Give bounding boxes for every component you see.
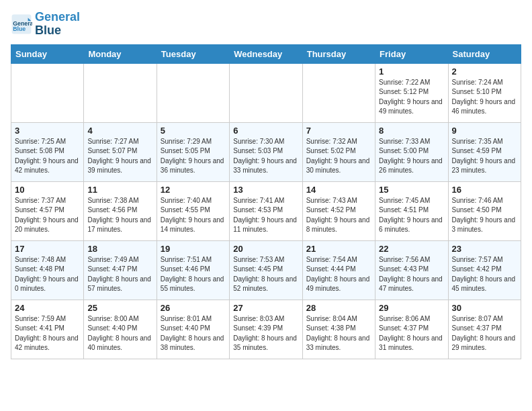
- logo-icon: General Blue: [11, 13, 32, 35]
- calendar-cell: 27Sunrise: 8:03 AM Sunset: 4:39 PM Dayli…: [230, 300, 302, 359]
- day-number: 10: [15, 185, 80, 195]
- calendar-cell: 5Sunrise: 7:29 AM Sunset: 5:05 PM Daylig…: [157, 122, 229, 181]
- calendar-week-row: 1Sunrise: 7:22 AM Sunset: 5:12 PM Daylig…: [11, 63, 521, 122]
- calendar-cell: 1Sunrise: 7:22 AM Sunset: 5:12 PM Daylig…: [375, 63, 448, 122]
- day-number: 8: [379, 126, 444, 136]
- day-number: 30: [452, 303, 517, 313]
- day-info: Sunrise: 7:54 AM Sunset: 4:44 PM Dayligh…: [306, 255, 371, 294]
- weekday-header: Friday: [375, 44, 448, 63]
- calendar-cell: 24Sunrise: 7:59 AM Sunset: 4:41 PM Dayli…: [11, 300, 84, 359]
- calendar-cell: 14Sunrise: 7:43 AM Sunset: 4:52 PM Dayli…: [302, 181, 375, 240]
- day-info: Sunrise: 7:24 AM Sunset: 5:10 PM Dayligh…: [452, 78, 517, 117]
- day-info: Sunrise: 7:48 AM Sunset: 4:48 PM Dayligh…: [15, 255, 80, 294]
- day-number: 24: [15, 303, 80, 313]
- day-number: 21: [306, 244, 371, 254]
- calendar-cell: 7Sunrise: 7:32 AM Sunset: 5:02 PM Daylig…: [302, 122, 375, 181]
- day-info: Sunrise: 7:40 AM Sunset: 4:55 PM Dayligh…: [161, 196, 226, 235]
- day-info: Sunrise: 7:30 AM Sunset: 5:03 PM Dayligh…: [233, 137, 298, 176]
- day-info: Sunrise: 7:46 AM Sunset: 4:50 PM Dayligh…: [452, 196, 517, 235]
- calendar-cell: 2Sunrise: 7:24 AM Sunset: 5:10 PM Daylig…: [448, 63, 521, 122]
- calendar-cell: 18Sunrise: 7:49 AM Sunset: 4:47 PM Dayli…: [84, 240, 157, 300]
- day-number: 29: [379, 303, 444, 313]
- day-info: Sunrise: 7:37 AM Sunset: 4:57 PM Dayligh…: [15, 196, 80, 235]
- day-info: Sunrise: 7:35 AM Sunset: 4:59 PM Dayligh…: [452, 137, 517, 176]
- day-number: 17: [15, 244, 80, 254]
- day-info: Sunrise: 8:06 AM Sunset: 4:37 PM Dayligh…: [379, 314, 444, 353]
- day-number: 27: [233, 303, 298, 313]
- calendar-week-row: 24Sunrise: 7:59 AM Sunset: 4:41 PM Dayli…: [11, 300, 521, 359]
- calendar-cell: 15Sunrise: 7:45 AM Sunset: 4:51 PM Dayli…: [375, 181, 448, 240]
- calendar-cell: [230, 63, 302, 122]
- calendar-cell: 30Sunrise: 8:07 AM Sunset: 4:37 PM Dayli…: [448, 300, 521, 359]
- weekday-header: Sunday: [11, 44, 84, 63]
- weekday-header: Thursday: [302, 44, 375, 63]
- day-info: Sunrise: 7:33 AM Sunset: 5:00 PM Dayligh…: [379, 137, 444, 176]
- day-number: 2: [452, 66, 517, 77]
- calendar-cell: [302, 63, 375, 122]
- day-info: Sunrise: 7:29 AM Sunset: 5:05 PM Dayligh…: [161, 137, 226, 176]
- logo: General Blue GeneralBlue: [11, 11, 80, 38]
- weekday-header: Monday: [84, 44, 157, 63]
- calendar-week-row: 10Sunrise: 7:37 AM Sunset: 4:57 PM Dayli…: [11, 181, 521, 240]
- day-number: 9: [452, 126, 517, 136]
- calendar-cell: 13Sunrise: 7:41 AM Sunset: 4:53 PM Dayli…: [230, 181, 302, 240]
- calendar-cell: 4Sunrise: 7:27 AM Sunset: 5:07 PM Daylig…: [84, 122, 157, 181]
- day-number: 26: [161, 303, 226, 313]
- weekday-header: Wednesday: [230, 44, 302, 63]
- day-info: Sunrise: 7:25 AM Sunset: 5:08 PM Dayligh…: [15, 137, 80, 176]
- calendar-cell: 8Sunrise: 7:33 AM Sunset: 5:00 PM Daylig…: [375, 122, 448, 181]
- calendar-cell: 10Sunrise: 7:37 AM Sunset: 4:57 PM Dayli…: [11, 181, 84, 240]
- day-info: Sunrise: 7:22 AM Sunset: 5:12 PM Dayligh…: [379, 78, 444, 117]
- day-number: 25: [87, 303, 152, 313]
- calendar-cell: 29Sunrise: 8:06 AM Sunset: 4:37 PM Dayli…: [375, 300, 448, 359]
- day-info: Sunrise: 7:45 AM Sunset: 4:51 PM Dayligh…: [379, 196, 444, 235]
- day-info: Sunrise: 8:01 AM Sunset: 4:40 PM Dayligh…: [161, 314, 226, 353]
- calendar-week-row: 17Sunrise: 7:48 AM Sunset: 4:48 PM Dayli…: [11, 240, 521, 300]
- calendar-cell: 20Sunrise: 7:53 AM Sunset: 4:45 PM Dayli…: [230, 240, 302, 300]
- day-number: 1: [379, 66, 444, 77]
- day-number: 28: [306, 303, 371, 313]
- day-number: 5: [161, 126, 226, 136]
- day-number: 16: [452, 185, 517, 195]
- weekday-header: Saturday: [448, 44, 521, 63]
- day-info: Sunrise: 8:04 AM Sunset: 4:38 PM Dayligh…: [306, 314, 371, 353]
- day-info: Sunrise: 7:38 AM Sunset: 4:56 PM Dayligh…: [87, 196, 152, 235]
- day-number: 13: [233, 185, 298, 195]
- day-info: Sunrise: 7:27 AM Sunset: 5:07 PM Dayligh…: [87, 137, 152, 176]
- weekday-header: Tuesday: [157, 44, 229, 63]
- calendar-cell: 17Sunrise: 7:48 AM Sunset: 4:48 PM Dayli…: [11, 240, 84, 300]
- day-number: 19: [161, 244, 226, 254]
- day-number: 22: [379, 244, 444, 254]
- calendar-cell: [84, 63, 157, 122]
- calendar-cell: 6Sunrise: 7:30 AM Sunset: 5:03 PM Daylig…: [230, 122, 302, 181]
- day-info: Sunrise: 7:59 AM Sunset: 4:41 PM Dayligh…: [15, 314, 80, 353]
- day-info: Sunrise: 7:51 AM Sunset: 4:46 PM Dayligh…: [161, 255, 226, 294]
- day-info: Sunrise: 8:00 AM Sunset: 4:40 PM Dayligh…: [87, 314, 152, 353]
- calendar-header: SundayMondayTuesdayWednesdayThursdayFrid…: [11, 44, 521, 63]
- calendar-cell: 22Sunrise: 7:56 AM Sunset: 4:43 PM Dayli…: [375, 240, 448, 300]
- calendar-cell: 25Sunrise: 8:00 AM Sunset: 4:40 PM Dayli…: [84, 300, 157, 359]
- calendar-cell: 28Sunrise: 8:04 AM Sunset: 4:38 PM Dayli…: [302, 300, 375, 359]
- calendar-cell: 3Sunrise: 7:25 AM Sunset: 5:08 PM Daylig…: [11, 122, 84, 181]
- calendar-cell: 26Sunrise: 8:01 AM Sunset: 4:40 PM Dayli…: [157, 300, 229, 359]
- day-number: 3: [15, 126, 80, 136]
- calendar-cell: 16Sunrise: 7:46 AM Sunset: 4:50 PM Dayli…: [448, 181, 521, 240]
- day-number: 18: [87, 244, 152, 254]
- day-info: Sunrise: 7:53 AM Sunset: 4:45 PM Dayligh…: [233, 255, 298, 294]
- calendar-cell: 21Sunrise: 7:54 AM Sunset: 4:44 PM Dayli…: [302, 240, 375, 300]
- svg-text:Blue: Blue: [13, 26, 26, 32]
- day-info: Sunrise: 8:07 AM Sunset: 4:37 PM Dayligh…: [452, 314, 517, 353]
- calendar-cell: 23Sunrise: 7:57 AM Sunset: 4:42 PM Dayli…: [448, 240, 521, 300]
- day-info: Sunrise: 7:41 AM Sunset: 4:53 PM Dayligh…: [233, 196, 298, 235]
- day-info: Sunrise: 8:03 AM Sunset: 4:39 PM Dayligh…: [233, 314, 298, 353]
- calendar-cell: 19Sunrise: 7:51 AM Sunset: 4:46 PM Dayli…: [157, 240, 229, 300]
- day-number: 6: [233, 126, 298, 136]
- day-number: 23: [452, 244, 517, 254]
- day-number: 7: [306, 126, 371, 136]
- calendar-cell: [11, 63, 84, 122]
- calendar-cell: [157, 63, 229, 122]
- day-info: Sunrise: 7:32 AM Sunset: 5:02 PM Dayligh…: [306, 137, 371, 176]
- logo-text: GeneralBlue: [35, 11, 80, 38]
- page-header: General Blue GeneralBlue: [11, 11, 521, 38]
- calendar-cell: 9Sunrise: 7:35 AM Sunset: 4:59 PM Daylig…: [448, 122, 521, 181]
